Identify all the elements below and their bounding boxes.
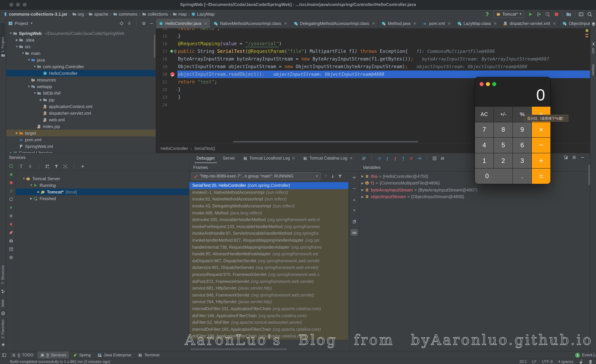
- editor-tab[interactable]: mpom.xml✕: [420, 19, 454, 28]
- code-line[interactable]: 18 ByteArrayInputStream byteArrayInputSt…: [156, 55, 590, 63]
- expand-arrow-icon[interactable]: ▶: [360, 188, 365, 192]
- frame-up-icon[interactable]: ↑: [324, 174, 328, 179]
- profiler-button[interactable]: [544, 10, 552, 18]
- ant-stripe-icon[interactable]: [591, 41, 596, 46]
- breakpoint-icon[interactable]: [170, 72, 175, 76]
- breadcrumb-item[interactable]: map: [173, 12, 187, 17]
- tool-window-tab-java-enterprise[interactable]: Java Enterprise: [95, 351, 134, 359]
- breadcrumb-item[interactable]: CLazyMap: [191, 12, 215, 17]
- tool-stripe-web[interactable]: Web: [1, 299, 5, 307]
- stop-server-icon[interactable]: [9, 181, 13, 185]
- rerun-debug-icon[interactable]: [9, 172, 13, 176]
- line-separator[interactable]: LF: [532, 360, 537, 364]
- calc-button-9[interactable]: 9: [513, 122, 531, 137]
- duplicate-watch-icon[interactable]: [350, 218, 358, 225]
- editor-tab[interactable]: CObjectInputStream.java✕: [559, 19, 590, 28]
- debugger-tab[interactable]: Debugger: [193, 153, 218, 163]
- expand-arrow-icon[interactable]: ▶: [360, 195, 365, 198]
- scroll-up-icon[interactable]: ▲: [350, 196, 358, 203]
- fold-marker-icon[interactable]: ▿: [176, 48, 178, 56]
- spring-bean-gutter-icon[interactable]: [170, 49, 174, 53]
- breadcrumb-item[interactable]: commons: [113, 12, 138, 17]
- attach-debugger-icon[interactable]: [9, 189, 13, 193]
- stack-frame-row[interactable]: invoke0:-1, NativeMethodAccessorImpl(sun…: [189, 189, 348, 196]
- close-tab-icon[interactable]: ✕: [372, 21, 375, 26]
- panel-settings-gear-icon[interactable]: [142, 21, 146, 25]
- stop-button[interactable]: [552, 10, 561, 18]
- chevron-down-icon[interactable]: ▼: [30, 22, 33, 25]
- stack-frame-row[interactable]: doInvoke:205, InvocableHandlerMethod(org…: [189, 216, 348, 223]
- tool-window-tab-todo[interactable]: 6: TODO: [9, 351, 36, 359]
- run-button[interactable]: [526, 10, 535, 18]
- expand-all-icon[interactable]: [19, 164, 23, 168]
- project-tree-item[interactable]: ▶ jsp: [6, 96, 156, 103]
- stop-process-icon[interactable]: [9, 222, 13, 226]
- editor-horizontal-scrollbar[interactable]: [233, 141, 418, 143]
- editor-tab[interactable]: CLazyMap.class✕: [454, 19, 500, 28]
- calc-button-2[interactable]: 2: [494, 153, 513, 168]
- project-scrollbar[interactable]: [154, 35, 155, 58]
- editor-tab[interactable]: dispatcher-servlet.xml✕: [500, 19, 559, 28]
- calc-button-+/-[interactable]: +/-: [494, 107, 513, 122]
- group-by-icon[interactable]: [45, 164, 50, 168]
- calc-minimize-icon[interactable]: [486, 82, 490, 86]
- breadcrumb-class[interactable]: HelloController: [161, 146, 188, 151]
- project-tree-item[interactable]: ▼ webapp: [6, 83, 156, 90]
- pause-program-icon[interactable]: [9, 214, 13, 218]
- calc-button-6[interactable]: 6: [513, 138, 531, 153]
- editor-tab[interactable]: CNativeMethodAccessorImpl.class✕: [211, 19, 291, 28]
- stack-frame-row[interactable]: handleInternal:738, RequestMappingHandle…: [189, 244, 348, 251]
- web-stripe-icon[interactable]: [1, 311, 5, 315]
- expand-arrow-icon[interactable]: ▶: [15, 38, 19, 42]
- rerun-server-icon[interactable]: [9, 164, 13, 168]
- step-out-icon[interactable]: [401, 156, 406, 160]
- collapse-arrow-icon[interactable]: ▼: [33, 65, 37, 68]
- variable-row[interactable]: ▶ objectInputStream={ObjectInputStream@4…: [359, 193, 590, 200]
- tool-stripe-maven[interactable]: Maven: [591, 65, 595, 75]
- stack-frame-row[interactable]: service:846, FrameworkServlet(org.spring…: [189, 292, 348, 298]
- highlighting-level-icon[interactable]: [588, 359, 593, 364]
- breadcrumb-item[interactable]: apache: [89, 12, 108, 17]
- debug-button[interactable]: [535, 10, 544, 18]
- collapse-all-icon[interactable]: [28, 164, 32, 168]
- close-tab-icon[interactable]: ✕: [349, 156, 353, 160]
- calc-button-−[interactable]: −: [532, 138, 551, 153]
- resume-program-icon[interactable]: [9, 205, 13, 210]
- stack-frame-row[interactable]: doFilter:52, WsFilter(org.apache.tomcat.…: [189, 319, 348, 326]
- collapse-arrow-icon[interactable]: ▼: [21, 51, 25, 55]
- calc-button-8[interactable]: 8: [494, 122, 513, 137]
- fold-marker-icon[interactable]: ▵: [176, 86, 178, 94]
- readonly-lock-icon[interactable]: [579, 359, 583, 364]
- tool-window-tab-terminal[interactable]: Terminal: [135, 351, 162, 359]
- collapse-arrow-icon[interactable]: ▼: [27, 85, 31, 88]
- tool-stripe-project[interactable]: 1: Project: [0, 23, 5, 54]
- file-encoding[interactable]: UTF-8: [542, 360, 553, 364]
- favorites-stripe-icon[interactable]: [1, 342, 5, 347]
- project-tree-item[interactable]: ▼ WEB-INF: [6, 90, 156, 96]
- project-tree-item[interactable]: ▶ .idea: [6, 36, 156, 43]
- run-configuration-selector[interactable]: Tomcat*▼: [493, 10, 524, 18]
- force-step-into-icon[interactable]: [393, 156, 398, 160]
- stack-frame-row[interactable]: invoke:498, Method(java.lang.reflect): [189, 210, 348, 216]
- expand-arrow-icon[interactable]: ▶: [360, 175, 365, 178]
- code-line[interactable]: 16 @RequestMapping(value = "/ysoserial"): [156, 40, 590, 48]
- threads-view-icon[interactable]: [362, 156, 366, 160]
- add-service-icon[interactable]: [81, 164, 85, 168]
- stack-frame-row[interactable]: invoke:43, DelegatingMethodAccessorImpl(…: [189, 203, 348, 210]
- collapse-arrow-icon[interactable]: ▼: [33, 91, 37, 95]
- run-to-cursor-icon[interactable]: [417, 156, 422, 160]
- editor-tab[interactable]: CHelloController.java✕: [156, 19, 211, 28]
- coverage-button[interactable]: [564, 10, 573, 18]
- breadcrumb-item[interactable]: collections: [142, 12, 168, 17]
- structure-stripe-icon[interactable]: [1, 289, 5, 293]
- stack-frame-row[interactable]: invokeAndHandle:97, ServletInvocableHand…: [189, 230, 348, 237]
- collapse-arrow-icon[interactable]: ▼: [9, 32, 13, 35]
- code-line[interactable]: 17 @▿ public String SerialTest(@RequestP…: [156, 48, 590, 55]
- stack-frame-row[interactable]: handle:85, AbstractHandlerMethodAdapter(…: [189, 251, 348, 257]
- project-tree-item[interactable]: ▼ com.spring.Controller: [6, 63, 156, 70]
- locate-service-icon[interactable]: [63, 164, 67, 168]
- calc-button-+[interactable]: +: [532, 153, 551, 168]
- remove-watch-icon[interactable]: −: [350, 185, 358, 192]
- breadcrumb-method[interactable]: SerialTest(): [194, 146, 215, 151]
- refresh-icon[interactable]: [9, 197, 13, 201]
